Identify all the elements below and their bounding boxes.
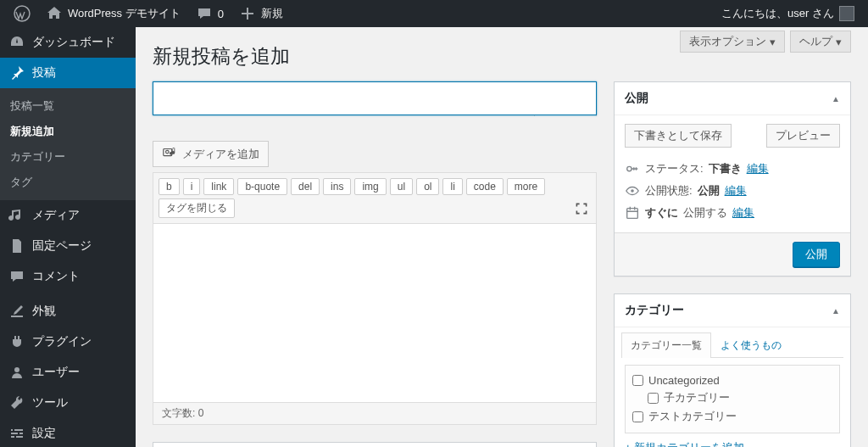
sidebar-item-tools[interactable]: ツール (0, 388, 136, 418)
sidebar-item-label: ツール (32, 395, 68, 411)
quicktag-ins[interactable]: ins (323, 178, 351, 195)
tab-category-popular[interactable]: よく使うもの (711, 332, 791, 358)
quicktag-b[interactable]: b (159, 178, 180, 195)
admin-bar: WordPress デモサイト 0 新規 こんにちは、user さん (0, 0, 868, 27)
submenu-item[interactable]: 新規追加 (0, 119, 136, 144)
comments-count: 0 (218, 8, 224, 20)
publish-button[interactable]: 公開 (793, 242, 840, 267)
save-draft-button[interactable]: 下書きとして保存 (625, 124, 732, 148)
sidebar-item-label: ダッシュボード (32, 35, 115, 50)
tools-icon (8, 394, 25, 411)
admin-sidebar: ダッシュボード投稿投稿一覧新規追加カテゴリータグメディア固定ページコメント外観プ… (0, 27, 136, 447)
quicktag-b-quote[interactable]: b-quote (237, 178, 287, 195)
sidebar-item-page[interactable]: 固定ページ (0, 231, 136, 261)
status-row: ステータス: 下書き 編集 (625, 158, 840, 180)
chevron-down-icon: ▾ (836, 36, 842, 48)
sidebar-item-pin[interactable]: 投稿 (0, 58, 136, 88)
sidebar-item-label: コメント (32, 269, 80, 284)
quicktag-del[interactable]: del (291, 178, 320, 195)
publish-box: 公開▲ 下書きとして保存 プレビュー ステータス: 下書き 編集 公開状態: (614, 81, 851, 277)
visibility-row: 公開状態: 公開 編集 (625, 180, 840, 202)
quicktag-ul[interactable]: ul (390, 178, 413, 195)
category-item[interactable]: Uncategorized (632, 372, 832, 388)
quicktag-タグを閉じる[interactable]: タグを閉じる (159, 198, 235, 218)
home-icon (46, 5, 63, 22)
plugin-icon (8, 333, 25, 350)
add-category-link[interactable]: + 新規カテゴリーを追加 (625, 440, 744, 447)
submenu-item[interactable]: 投稿一覧 (0, 93, 136, 119)
post-title-input[interactable] (153, 81, 597, 115)
edit-visibility-link[interactable]: 編集 (725, 183, 747, 198)
sidebar-item-label: 固定ページ (32, 238, 92, 254)
sidebar-item-media[interactable]: メディア (0, 200, 136, 231)
sidebar-item-user[interactable]: ユーザー (0, 357, 136, 388)
sidebar-item-label: 投稿 (32, 65, 56, 81)
quicktag-more[interactable]: more (507, 178, 545, 195)
svg-point-5 (627, 166, 632, 170)
wp-logo[interactable] (7, 0, 37, 27)
submenu-item[interactable]: タグ (0, 170, 136, 195)
add-media-button[interactable]: メディアを追加 (153, 141, 269, 167)
content-area: 表示オプション ▾ ヘルプ ▾ 新規投稿を追加 メディアを追加 ビジュアル テキ… (136, 27, 868, 447)
appearance-icon (8, 303, 25, 320)
media-icon (8, 207, 25, 224)
submenu-item[interactable]: カテゴリー (0, 144, 136, 170)
help-button[interactable]: ヘルプ ▾ (790, 31, 851, 53)
svg-point-6 (631, 189, 634, 193)
comment-bubble-icon (196, 5, 213, 22)
avatar (839, 6, 854, 21)
sidebar-item-label: メディア (32, 208, 80, 223)
dashboard-icon (8, 34, 25, 51)
editor-status-bar: 文字数: 0 (153, 402, 596, 424)
eye-icon (625, 183, 640, 198)
plus-icon (239, 5, 256, 22)
site-name-link[interactable]: WordPress デモサイト (39, 0, 187, 27)
settings-icon (8, 425, 25, 442)
tab-category-all[interactable]: カテゴリー一覧 (621, 332, 711, 358)
edit-status-link[interactable]: 編集 (747, 161, 769, 176)
user-icon (8, 364, 25, 381)
sidebar-item-plugin[interactable]: プラグイン (0, 327, 136, 357)
categories-heading[interactable]: カテゴリー▲ (615, 294, 850, 327)
quicktag-code[interactable]: code (466, 178, 504, 195)
category-item[interactable]: 子カテゴリー (632, 388, 832, 407)
category-checkbox[interactable] (648, 393, 659, 404)
publish-heading[interactable]: 公開▲ (615, 82, 850, 115)
editor-box: bilinkb-quotedelinsimgulollicodemoreタグを閉… (153, 172, 597, 425)
categories-box: カテゴリー▲ カテゴリー一覧 よく使うもの Uncategorized 子カテゴ… (614, 293, 851, 447)
quicktag-link[interactable]: link (203, 178, 234, 195)
preview-button[interactable]: プレビュー (766, 124, 840, 148)
screen-options-button[interactable]: 表示オプション ▾ (680, 31, 785, 53)
chevron-up-icon[interactable]: ▲ (832, 306, 840, 316)
category-checkbox[interactable] (632, 375, 643, 386)
sidebar-item-appearance[interactable]: 外観 (0, 296, 136, 327)
sidebar-item-label: 外観 (32, 304, 56, 319)
site-name: WordPress デモサイト (68, 6, 181, 21)
edit-schedule-link[interactable]: 編集 (732, 205, 754, 221)
sidebar-item-comment[interactable]: コメント (0, 261, 136, 292)
category-item[interactable]: テストカテゴリー (632, 407, 832, 426)
new-content-link[interactable]: 新規 (232, 0, 290, 27)
key-icon (625, 161, 640, 176)
sidebar-item-label: 設定 (32, 426, 56, 441)
category-checkbox[interactable] (632, 411, 643, 422)
sidebar-item-label: プラグイン (32, 334, 92, 349)
sidebar-item-settings[interactable]: 設定 (0, 418, 136, 447)
category-checklist: Uncategorized 子カテゴリー テストカテゴリー (625, 365, 840, 433)
chevron-up-icon[interactable]: ▲ (832, 94, 840, 103)
quicktag-ol[interactable]: ol (416, 178, 439, 195)
post-content-textarea[interactable] (153, 224, 596, 402)
sidebar-item-dashboard[interactable]: ダッシュボード (0, 27, 136, 58)
quicktag-img[interactable]: img (354, 178, 386, 195)
comment-icon (8, 268, 25, 285)
account-link[interactable]: こんにちは、user さん (715, 0, 861, 27)
quicktags-toolbar: bilinkb-quotedelinsimgulollicodemoreタグを閉… (153, 173, 596, 224)
custom-fields-heading[interactable]: カスタムフィールド▲ (153, 443, 596, 447)
svg-point-4 (166, 150, 170, 154)
quicktag-li[interactable]: li (442, 178, 462, 195)
fullscreen-icon[interactable] (572, 199, 591, 218)
calendar-icon (625, 205, 640, 221)
greeting-text: こんにちは、user さん (721, 6, 834, 21)
comments-link[interactable]: 0 (189, 0, 231, 27)
quicktag-i[interactable]: i (183, 178, 201, 195)
